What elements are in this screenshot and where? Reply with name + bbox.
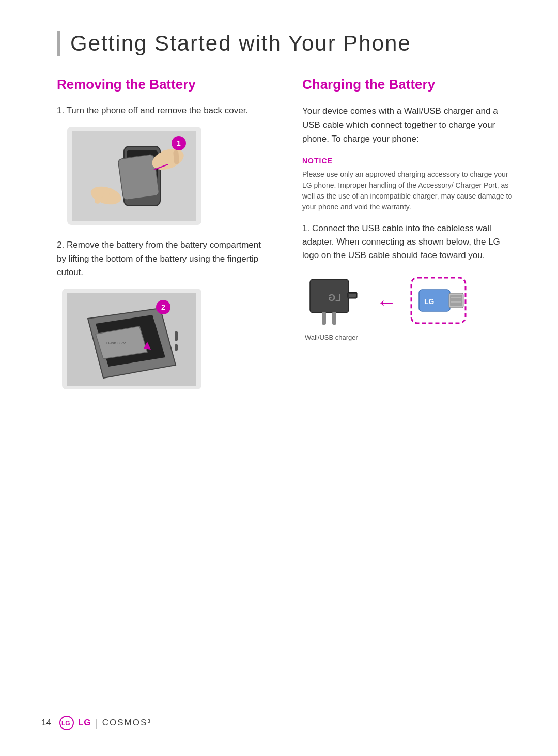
svg-text:LG: LG [424,297,435,306]
notice-text: Please use only an approved charging acc… [302,169,517,213]
remove-battery-image: LG Li-Ion 3.7V 2 [62,289,202,389]
charger-image-container: LG ← [302,274,517,341]
charging-intro-text: Your device comes with a Wall/USB charge… [302,104,517,146]
footer: 14 LG LG | COSMOS³ [41,709,517,730]
page: Getting Started with Your Phone Removing… [0,0,558,756]
page-header: Getting Started with Your Phone [57,31,517,56]
remove-cover-image: 1 [67,127,202,225]
usb-adapter-svg: LG [409,275,468,327]
left-column: Removing the Battery 1. Turn the phone o… [57,77,271,403]
charging-battery-title: Charging the Battery [302,77,517,93]
charger-arrow: ← [376,291,397,314]
footer-model-text: COSMOS³ [102,718,151,728]
right-column: Charging the Battery Your device comes w… [302,77,517,403]
notice-label: NOTICE [302,157,517,165]
svg-rect-30 [450,295,462,306]
page-title: Getting Started with Your Phone [70,31,411,56]
svg-text:Li-Ion 3.7V: Li-Ion 3.7V [106,341,126,345]
svg-rect-25 [322,312,326,325]
footer-pipe: | [96,717,98,729]
svg-text:LG: LG [61,720,70,727]
charger-block: LG ← [302,274,517,330]
removing-step2-text: 2. Remove the battery from the battery c… [57,238,271,279]
svg-rect-28 [419,290,450,311]
removing-battery-title: Removing the Battery [57,77,271,93]
footer-lg-text: LG [78,718,91,728]
lg-logo-icon: LG [59,716,74,730]
charging-step1-text: 1. Connect the USB cable into the cablel… [302,222,517,263]
removing-step1-text: 1. Turn the phone off and remove the bac… [57,104,271,117]
content-columns: Removing the Battery 1. Turn the phone o… [57,77,517,403]
charger-caption: Wall/USB charger [302,334,517,341]
wall-charger-image: LG [302,274,364,330]
svg-rect-18 [175,331,178,341]
footer-brand: LG LG | COSMOS³ [59,716,151,730]
svg-rect-24 [349,294,356,297]
remove-battery-svg: LG Li-Ion 3.7V [67,293,196,386]
wall-charger-svg: LG [302,274,364,328]
svg-rect-26 [332,312,336,325]
svg-rect-19 [175,344,178,351]
footer-page-number: 14 [41,718,51,728]
svg-text:LG: LG [328,293,341,303]
usb-adapter-image: LG [409,275,468,329]
